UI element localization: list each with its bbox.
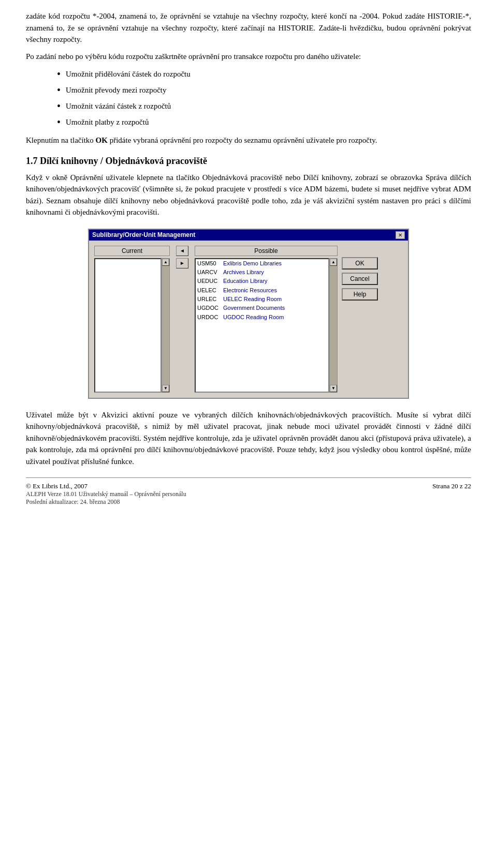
current-scroll-up[interactable]: ▲ (162, 259, 169, 266)
item-code-4: URLEC (197, 295, 223, 303)
item-code-1: UARCV (197, 268, 223, 276)
current-scrollbar[interactable]: ▲ ▼ (162, 258, 170, 393)
list-item[interactable]: UARCV Archives Library (196, 268, 328, 277)
footer-right: Strana 20 z 22 (432, 482, 471, 506)
footer-sub1: ALEPH Verze 18.01 Uživatelský manuál – O… (26, 490, 186, 498)
paragraph-2-post-after: přidáte vybraná oprávnění pro rozpočty d… (108, 136, 377, 144)
bullet-list: • Umožnit přidělování částek do rozpočtu… (57, 67, 471, 129)
bullet-dot-3: • (57, 99, 61, 113)
paragraph-1: zadáte kód rozpočtu *-2004, znamená to, … (26, 10, 471, 46)
item-code-0: USM50 (197, 260, 223, 267)
bullet-item-2: • Umožnit převody mezi rozpočty (57, 83, 471, 97)
footer-page-info: Strana 20 z 22 (432, 482, 471, 490)
paragraph-4: Uživatel může být v Akvizici aktivní pou… (26, 409, 471, 468)
item-name-3: Electronic Resources (223, 287, 327, 294)
bullet-text-3: Umožnit vázání částek z rozpočtů (66, 99, 171, 113)
bullet-dot-2: • (57, 83, 61, 97)
footer-copyright: © Ex Libris Ltd., 2007 (26, 482, 186, 490)
item-name-5: Government Documents (223, 304, 327, 312)
dialog-title: Sublibrary/Order-Unit Management (92, 231, 195, 238)
dialog-container: Sublibrary/Order-Unit Management ✕ Curre… (26, 229, 471, 399)
help-button[interactable]: Help (342, 288, 378, 301)
dialog-body: Current ▲ ▼ ◄ ► Possible (89, 241, 408, 398)
bullet-item-1: • Umožnit přidělování částek do rozpočtu (57, 67, 471, 81)
section-num: 1.7 (26, 156, 38, 166)
item-name-0: Exlibris Demo Libraries (223, 260, 327, 267)
bullet-dot-4: • (57, 115, 61, 129)
list-item[interactable]: UGDOC Government Documents (196, 304, 328, 312)
right-buttons: OK Cancel Help (342, 246, 378, 301)
bullet-text-1: Umožnit přidělování částek do rozpočtu (66, 67, 191, 81)
move-right-button[interactable]: ► (176, 258, 188, 268)
bullet-item-4: • Umožnit platby z rozpočtů (57, 115, 471, 129)
possible-label: Possible (195, 246, 338, 256)
list-item[interactable]: UEDUC Education Library (196, 277, 328, 286)
list-item[interactable]: URDOC UGDOC Reading Room (196, 313, 328, 322)
section-title: Dílčí knihovny / Objednávková pracoviště (40, 156, 207, 166)
possible-scroll-up[interactable]: ▲ (330, 259, 337, 266)
bullet-text-2: Umožnit převody mezi rozpočty (66, 83, 167, 97)
current-scroll-track (162, 266, 169, 385)
item-name-4: UELEC Reading Room (223, 295, 327, 303)
middle-arrows: ◄ ► (174, 246, 191, 268)
current-scroll-down[interactable]: ▼ (162, 385, 169, 392)
item-name-6: UGDOC Reading Room (223, 313, 327, 321)
footer-left: © Ex Libris Ltd., 2007 ALEPH Verze 18.01… (26, 482, 186, 506)
item-name-2: Education Library (223, 277, 327, 285)
dialog-window: Sublibrary/Order-Unit Management ✕ Curre… (88, 229, 409, 399)
possible-list[interactable]: USM50 Exlibris Demo Libraries UARCV Arch… (195, 258, 329, 393)
current-label: Current (94, 246, 170, 256)
current-panel: Current ▲ ▼ (94, 246, 170, 393)
paragraph-2-post-pre: Klepnutím na tlačítko (26, 136, 96, 144)
section-heading: 1.7 Dílčí knihovny / Objednávková pracov… (26, 156, 471, 167)
ok-button[interactable]: OK (342, 257, 378, 270)
item-code-2: UEDUC (197, 277, 223, 285)
item-code-6: URDOC (197, 313, 223, 321)
paragraph-3: Když v okně Oprávnění uživatele klepnete… (26, 172, 471, 218)
list-item[interactable]: USM50 Exlibris Demo Libraries (196, 259, 328, 268)
possible-scrollbar[interactable]: ▲ ▼ (329, 258, 338, 393)
cancel-button[interactable]: Cancel (342, 273, 378, 285)
item-code-5: UGDOC (197, 304, 223, 312)
footer-bar: © Ex Libris Ltd., 2007 ALEPH Verze 18.01… (26, 477, 471, 506)
bullet-dot-1: • (57, 67, 61, 81)
dialog-close-button[interactable]: ✕ (396, 231, 405, 239)
item-name-1: Archives Library (223, 268, 327, 276)
ok-bold: OK (96, 136, 108, 144)
bullet-text-4: Umožnit platby z rozpočtů (66, 115, 149, 129)
move-left-button[interactable]: ◄ (176, 246, 188, 256)
paragraph-2-post: Klepnutím na tlačítko OK přidáte vybraná… (26, 134, 471, 146)
possible-scroll-track (330, 266, 337, 385)
paragraph-2-pre: Po zadání nebo po výběru kódu rozpočtu z… (26, 51, 471, 63)
list-item[interactable]: URLEC UELEC Reading Room (196, 295, 328, 304)
list-item[interactable]: UELEC Electronic Resources (196, 286, 328, 295)
footer-sub2: Poslední aktualizace: 24. března 2008 (26, 498, 186, 506)
possible-panel: Possible USM50 Exlibris Demo Libraries U… (195, 246, 338, 393)
item-code-3: UELEC (197, 287, 223, 294)
possible-scroll-down[interactable]: ▼ (330, 385, 337, 392)
bullet-item-3: • Umožnit vázání částek z rozpočtů (57, 99, 471, 113)
current-list[interactable] (94, 258, 162, 393)
dialog-titlebar: Sublibrary/Order-Unit Management ✕ (89, 230, 408, 241)
